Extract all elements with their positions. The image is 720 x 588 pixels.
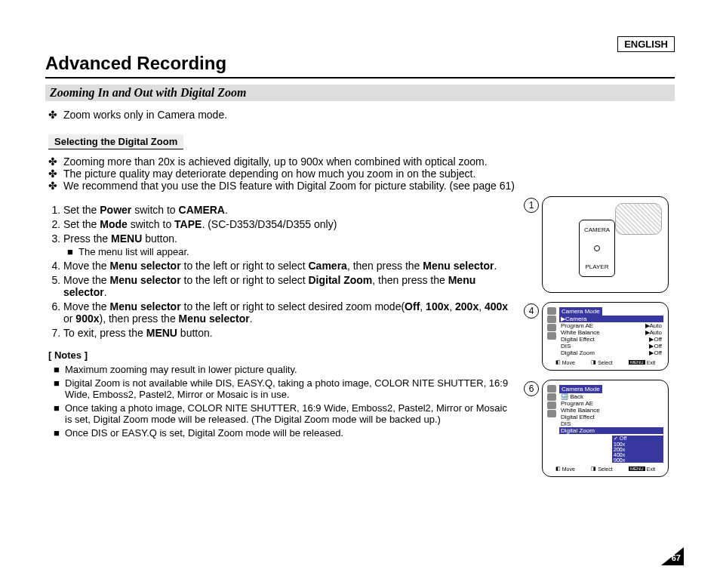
figure-number: 6 <box>524 381 539 396</box>
figures-column: 1 CAMERA PLAYER 4 Camera Mode ▶Camer <box>524 196 675 477</box>
bullet-item: The picture quality may deteriorate depe… <box>63 168 675 180</box>
mode-camera-label: CAMERA <box>584 226 610 233</box>
intro-bullet: Zoom works only in Camera mode. <box>63 109 675 121</box>
menu-row: Program AE <box>559 400 663 407</box>
step: Move the Menu selector to the left or ri… <box>63 260 513 272</box>
figure-power-switch: CAMERA PLAYER <box>542 196 669 293</box>
zoom-option: 400x <box>612 452 663 457</box>
menu-row: White Balance <box>559 407 663 414</box>
step: To exit, press the MENU button. <box>63 327 513 339</box>
step: Press the MENU button. The menu list wil… <box>63 232 513 257</box>
menu-icon-column <box>547 385 558 417</box>
page-title: Advanced Recording <box>45 53 675 74</box>
note-item: Maximum zooming may result in lower pict… <box>65 364 513 375</box>
step: Move the Menu selector to the left or ri… <box>63 300 513 325</box>
zoom-option: 100x <box>612 442 663 447</box>
sub-heading: Selecting the Digital Zoom <box>48 134 183 149</box>
menu-selected: ▶Camera <box>559 316 663 322</box>
zoom-option: 200x <box>612 447 663 452</box>
exit-hint: MENU Exit <box>629 466 655 472</box>
menu-row: White Balance▶Auto <box>559 329 663 336</box>
figure-menu-4: Camera Mode ▶Camera Program AE▶Auto Whit… <box>542 302 669 371</box>
intro-bullets: Zoom works only in Camera mode. <box>45 109 675 121</box>
section-subtitle: Zooming In and Out with Digital Zoom <box>45 85 675 101</box>
dial-dot-icon <box>594 245 600 251</box>
select-hint: ◨ Select <box>591 359 612 365</box>
mode-dial: CAMERA PLAYER <box>579 220 615 277</box>
note-item: Once DIS or EASY.Q is set, Digital Zoom … <box>65 427 513 439</box>
figure-number: 4 <box>524 303 539 319</box>
bullet-item: We recommend that you use the DIS featur… <box>63 180 675 192</box>
sub-step: The menu list will appear. <box>78 246 513 257</box>
move-hint: ◧ Move <box>555 359 575 365</box>
menu-row: DIS <box>559 420 663 427</box>
menu-row: Digital Zoom▶Off <box>559 349 663 356</box>
zoom-option: 900x <box>612 457 663 463</box>
title-rule <box>45 77 675 79</box>
menu-icon-column <box>547 307 558 340</box>
menu-title: Camera Mode <box>559 385 602 393</box>
camcorder-body-icon <box>615 203 662 235</box>
notes-header: [ Notes ] <box>48 349 513 361</box>
zoom-option: Off <box>612 436 663 442</box>
menu-footer: ◧ Move ◨ Select MENU Exit <box>547 359 663 365</box>
menu-selected: Digital Zoom <box>559 427 663 434</box>
move-hint: ◧ Move <box>555 466 575 472</box>
menu-title: Camera Mode <box>559 307 602 316</box>
step: Set the Power switch to CAMERA. <box>63 204 513 216</box>
bullet-item: Zooming more than 20x is achieved digita… <box>63 155 675 168</box>
note-item: Digital Zoom is not available while DIS,… <box>65 377 513 400</box>
notes-list: Maximum zooming may result in lower pict… <box>50 364 513 439</box>
manual-page: ENGLISH Advanced Recording Zooming In an… <box>0 0 720 588</box>
step: Set the Mode switch to TAPE. (SC-D353/D3… <box>63 218 513 230</box>
zoom-options: Off 100x 200x 400x 900x <box>559 436 663 463</box>
figure-number: 1 <box>524 198 539 213</box>
step: Move the Menu selector to the left or ri… <box>63 274 513 298</box>
menu-back: 🔙 Back <box>559 393 663 400</box>
feature-bullets: Zooming more than 20x is achieved digita… <box>45 155 675 192</box>
menu-row: Program AE▶Auto <box>559 322 663 329</box>
exit-hint: MENU Exit <box>629 359 655 365</box>
menu-footer: ◧ Move ◨ Select MENU Exit <box>547 466 663 472</box>
menu-row: Digital Effect▶Off <box>559 336 663 343</box>
mode-player-label: PLAYER <box>586 263 609 270</box>
instructions-column: Set the Power switch to CAMERA. Set the … <box>45 199 513 477</box>
language-badge: ENGLISH <box>617 36 675 52</box>
steps-list: Set the Power switch to CAMERA. Set the … <box>45 204 513 339</box>
page-number: 67 <box>661 547 684 565</box>
menu-row: DIS▶Off <box>559 343 663 349</box>
menu-row: Digital Effect <box>559 414 663 420</box>
figure-menu-6: Camera Mode 🔙 Back Program AE White Bala… <box>542 380 669 477</box>
page-number-value: 67 <box>672 553 681 562</box>
note-item: Once taking a photo image, COLOR NITE SH… <box>65 402 513 425</box>
select-hint: ◨ Select <box>591 466 612 472</box>
